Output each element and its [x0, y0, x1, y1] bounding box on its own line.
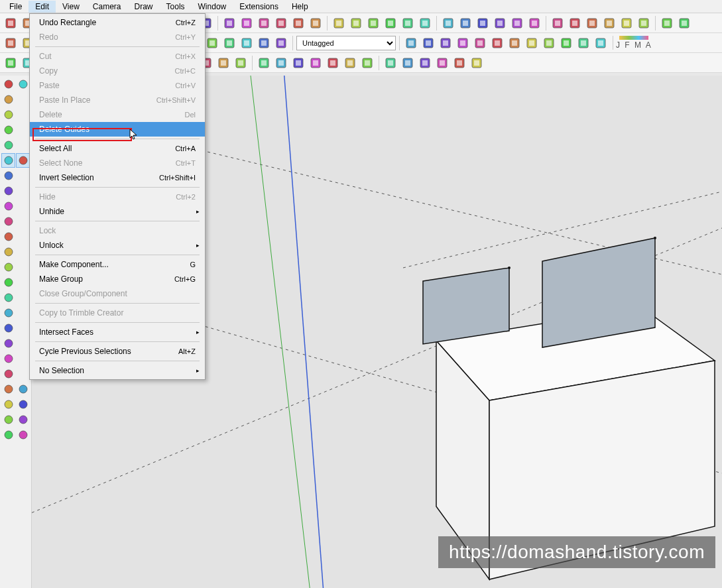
move-icon[interactable]	[331, 15, 347, 31]
styles-h-icon[interactable]	[273, 35, 289, 51]
dims-icon[interactable]	[221, 15, 237, 31]
axis-icon[interactable]	[475, 15, 491, 31]
move-red-icon[interactable]	[1, 245, 15, 259]
styles-d-icon[interactable]	[204, 35, 220, 51]
sandbox-b-icon[interactable]	[438, 35, 453, 51]
menu-view[interactable]: View	[56, 1, 86, 13]
menu-item-delete-guides[interactable]: Delete Guides	[30, 122, 205, 137]
shadows-icon[interactable]	[524, 35, 540, 51]
cloud-icon[interactable]	[239, 15, 255, 31]
menu-item-unlock[interactable]: Unlock▸	[30, 238, 205, 253]
s-box-icon[interactable]	[383, 55, 398, 71]
s-cone-icon[interactable]	[434, 55, 450, 71]
cursor-icon[interactable]	[1, 153, 15, 168]
menu-extensions[interactable]: Extensions	[233, 1, 285, 13]
box-blue-icon[interactable]	[1, 138, 15, 152]
s-ball-icon[interactable]	[400, 55, 416, 71]
next-view-icon[interactable]	[659, 15, 675, 31]
eye-icon[interactable]	[1, 397, 15, 412]
zoom-icon[interactable]	[550, 15, 566, 31]
followme-icon[interactable]	[400, 15, 416, 31]
selected-icon[interactable]	[16, 153, 30, 168]
profile-icon[interactable]	[575, 35, 591, 51]
sandbox-d-icon[interactable]	[472, 35, 488, 51]
tape-icon[interactable]	[1, 306, 15, 320]
styles-f-icon[interactable]	[239, 35, 255, 51]
menu-item-no-selection[interactable]: No Selection▸	[30, 363, 205, 378]
menu-item-select-all[interactable]: Select AllCtrl+A	[30, 141, 205, 156]
wire-icon[interactable]	[469, 55, 485, 71]
bulb-icon[interactable]	[215, 55, 231, 71]
zoom-icon[interactable]	[1, 382, 15, 396]
paint-green2-icon[interactable]	[1, 336, 15, 351]
scale-icon[interactable]	[365, 15, 381, 31]
menu-help[interactable]: Help	[285, 1, 315, 13]
arc-red-icon[interactable]	[1, 229, 15, 244]
pan-icon[interactable]	[567, 15, 583, 31]
menu-window[interactable]: Window	[192, 1, 233, 13]
follow-icon[interactable]	[273, 55, 289, 71]
shape-red-icon[interactable]	[1, 107, 15, 122]
cursor-black-icon[interactable]	[1, 367, 15, 381]
soften-icon[interactable]	[507, 35, 522, 51]
brush2-icon[interactable]	[1, 184, 15, 198]
s-green-icon[interactable]	[342, 55, 358, 71]
blue-c-icon[interactable]	[1, 428, 15, 442]
red-circle-icon[interactable]	[1, 214, 15, 229]
protractor-icon[interactable]	[440, 15, 456, 31]
puzzle-blue-icon[interactable]	[16, 77, 30, 91]
fog-icon[interactable]	[541, 35, 557, 51]
blue-b-icon[interactable]	[16, 412, 30, 427]
s-blue-icon[interactable]	[359, 55, 375, 71]
tag-select[interactable]: Untagged	[296, 36, 396, 50]
prev-view-icon[interactable]	[636, 15, 652, 31]
s-torus-icon[interactable]	[451, 55, 467, 71]
sandbox-e-icon[interactable]	[489, 35, 505, 51]
menu-item-intersect-faces[interactable]: Intersect Faces▸	[30, 325, 205, 339]
styles-e-icon[interactable]	[221, 35, 237, 51]
lookaround-icon[interactable]	[526, 15, 542, 31]
brush-icon[interactable]	[1, 168, 15, 183]
rotate-icon[interactable]	[1, 275, 15, 290]
text-icon[interactable]	[457, 15, 473, 31]
menu-item-cycle-previous-selections[interactable]: Cycle Previous SelectionsAlt+Z	[30, 344, 205, 359]
section-icon[interactable]	[492, 15, 508, 31]
arc-icon[interactable]	[273, 15, 289, 31]
menu-tools[interactable]: Tools	[160, 1, 192, 13]
menu-camera[interactable]: Camera	[86, 1, 128, 13]
wrench-icon[interactable]	[1, 92, 15, 107]
tape-icon[interactable]	[417, 15, 433, 31]
menu-item-make-component-[interactable]: Make Component...G	[30, 257, 205, 272]
zoom-extents-icon[interactable]	[619, 15, 634, 31]
menu-edit[interactable]: Edit	[29, 1, 56, 13]
menu-item-invert-selection[interactable]: Invert SelectionCtrl+Shift+I	[30, 170, 205, 185]
new-icon[interactable]	[3, 15, 19, 31]
orbit-icon[interactable]	[1, 351, 15, 366]
sandbox-a-icon[interactable]	[420, 35, 436, 51]
s-red-icon[interactable]	[325, 55, 341, 71]
shape-blue-icon[interactable]	[1, 123, 15, 137]
sphere-icon[interactable]	[308, 55, 324, 71]
push-icon[interactable]	[256, 55, 272, 71]
cyan-box-icon[interactable]	[1, 260, 15, 274]
walk-icon[interactable]	[509, 15, 525, 31]
edge-icon[interactable]	[558, 35, 574, 51]
menu-item-unhide[interactable]: Unhide▸	[30, 204, 205, 219]
footprints-icon[interactable]	[16, 382, 30, 396]
tag-icon[interactable]	[403, 35, 419, 51]
menu-item-undo-rectangle[interactable]: Undo RectangleCtrl+Z	[30, 15, 205, 30]
pencil-icon[interactable]	[3, 55, 19, 71]
select-icon[interactable]	[3, 35, 19, 51]
blue-d-icon[interactable]	[16, 428, 30, 442]
offset2-icon[interactable]	[290, 55, 306, 71]
paint-green-icon[interactable]	[1, 321, 15, 335]
paint-icon[interactable]	[233, 55, 249, 71]
line-icon[interactable]	[256, 15, 272, 31]
position-camera-icon[interactable]	[676, 15, 692, 31]
menu-draw[interactable]: Draw	[128, 1, 160, 13]
info-icon[interactable]	[593, 35, 609, 51]
menu-item-make-group[interactable]: Make GroupCtrl+G	[30, 272, 205, 286]
iso-icon[interactable]	[601, 15, 617, 31]
rotate-icon[interactable]	[348, 15, 364, 31]
s-cyl-icon[interactable]	[417, 55, 433, 71]
